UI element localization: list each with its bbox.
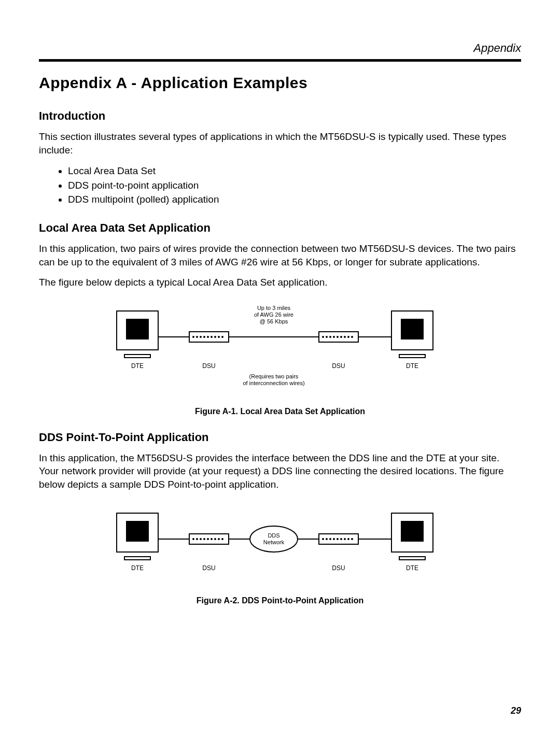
svg-point-33: [192, 538, 194, 540]
figure-a2: DTE DSU DDS Network DSU: [39, 503, 521, 581]
fig1-dsu-right-label: DSU: [332, 362, 345, 370]
fig1-range-line1: Up to 3 miles: [257, 305, 291, 311]
svg-point-49: [340, 538, 342, 540]
fig2-dds-line2: Network: [263, 539, 285, 545]
page-number: 29: [511, 705, 521, 716]
fig2-dsu-left-label: DSU: [202, 564, 215, 572]
lads-para2: The figure below depicts a typical Local…: [39, 276, 521, 289]
svg-point-52: [351, 538, 353, 540]
page-title: Appendix A - Application Examples: [39, 74, 521, 92]
svg-point-47: [333, 538, 335, 540]
running-header: Appendix: [39, 41, 521, 55]
svg-point-36: [203, 538, 205, 540]
svg-rect-24: [401, 319, 424, 339]
svg-point-41: [221, 538, 223, 540]
svg-point-44: [322, 538, 324, 540]
intro-bullet: Local Area Data Set: [68, 164, 521, 178]
svg-point-39: [214, 538, 216, 540]
intro-list: Local Area Data Set DDS point-to-point a…: [39, 164, 521, 207]
svg-point-12: [221, 336, 223, 338]
figure-a2-caption: Figure A-2. DDS Point-to-Point Applicati…: [39, 596, 521, 605]
ptp-heading: DDS Point-To-Point Application: [39, 431, 521, 444]
svg-rect-54: [401, 521, 424, 542]
fig2-dds-line1: DDS: [268, 532, 279, 539]
svg-point-50: [344, 538, 346, 540]
svg-point-16: [329, 336, 331, 338]
svg-rect-55: [399, 557, 425, 560]
svg-point-19: [340, 336, 342, 338]
svg-point-22: [351, 336, 353, 338]
fig1-range-line3: @ 56 Kbps: [260, 318, 288, 324]
fig1-req-line1: (Requires two pairs: [249, 373, 299, 379]
dsu-leds-icon: [192, 336, 223, 338]
svg-point-18: [337, 336, 339, 338]
dsu-leds-icon: [322, 538, 353, 540]
svg-point-4: [192, 336, 194, 338]
svg-point-51: [347, 538, 349, 540]
fig2-dte-left-label: DTE: [131, 564, 144, 572]
svg-point-38: [211, 538, 213, 540]
svg-rect-1: [126, 319, 149, 339]
intro-bullet: DDS multipoint (polled) application: [68, 192, 521, 207]
dsu-leds-icon: [322, 336, 353, 338]
fig2-dsu-right-label: DSU: [332, 564, 345, 572]
svg-rect-31: [124, 557, 150, 560]
ptp-para1: In this application, the MT56DSU-S provi…: [39, 451, 521, 491]
fig2-dte-right-label: DTE: [406, 564, 418, 572]
header-rule: [39, 59, 521, 62]
svg-rect-2: [124, 355, 150, 358]
fig1-range-line2: of AWG 26 wire: [254, 312, 293, 318]
intro-paragraph: This section illustrates several types o…: [39, 130, 521, 157]
svg-point-9: [211, 336, 213, 338]
intro-bullet: DDS point-to-point application: [68, 178, 521, 193]
fig1-dsu-left-label: DSU: [202, 362, 215, 370]
svg-rect-30: [126, 521, 149, 542]
svg-point-7: [203, 336, 205, 338]
svg-point-6: [200, 336, 202, 338]
lads-heading: Local Area Data Set Application: [39, 221, 521, 235]
svg-point-10: [214, 336, 216, 338]
svg-point-14: [322, 336, 324, 338]
svg-point-48: [337, 538, 339, 540]
svg-point-15: [326, 336, 328, 338]
svg-rect-25: [399, 355, 425, 358]
lads-para1: In this application, two pairs of wires …: [39, 242, 521, 268]
svg-point-40: [218, 538, 220, 540]
svg-point-11: [218, 336, 220, 338]
dsu-leds-icon: [192, 538, 223, 540]
figure-a1-caption: Figure A-1. Local Area Data Set Applicat…: [39, 407, 521, 416]
figure-a1: DTE DSU DSU DTE: [39, 301, 521, 391]
svg-point-45: [326, 538, 328, 540]
fig1-dte-left-label: DTE: [131, 362, 144, 370]
svg-point-46: [329, 538, 331, 540]
svg-point-17: [333, 336, 335, 338]
fig1-req-line2: of interconnection wires): [243, 380, 304, 386]
svg-point-20: [344, 336, 346, 338]
svg-point-5: [196, 336, 198, 338]
svg-point-34: [196, 538, 198, 540]
svg-point-37: [207, 538, 209, 540]
svg-point-35: [200, 538, 202, 540]
svg-point-21: [347, 336, 349, 338]
intro-heading: Introduction: [39, 109, 521, 123]
svg-point-8: [207, 336, 209, 338]
fig1-dte-right-label: DTE: [406, 362, 418, 370]
